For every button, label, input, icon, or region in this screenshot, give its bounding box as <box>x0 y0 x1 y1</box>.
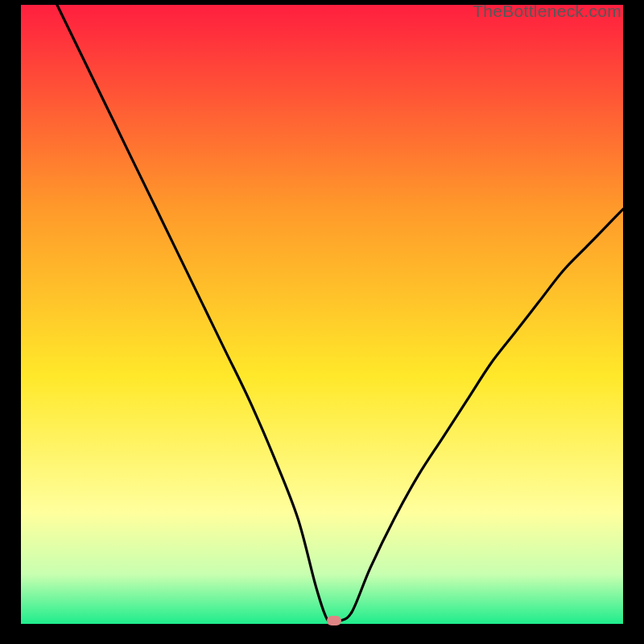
bottleneck-curve <box>21 5 623 624</box>
watermark-label: TheBottleneck.com <box>473 2 621 21</box>
plot-area <box>21 5 623 624</box>
optimal-marker <box>327 616 341 625</box>
chart-stage: TheBottleneck.com <box>0 0 644 644</box>
